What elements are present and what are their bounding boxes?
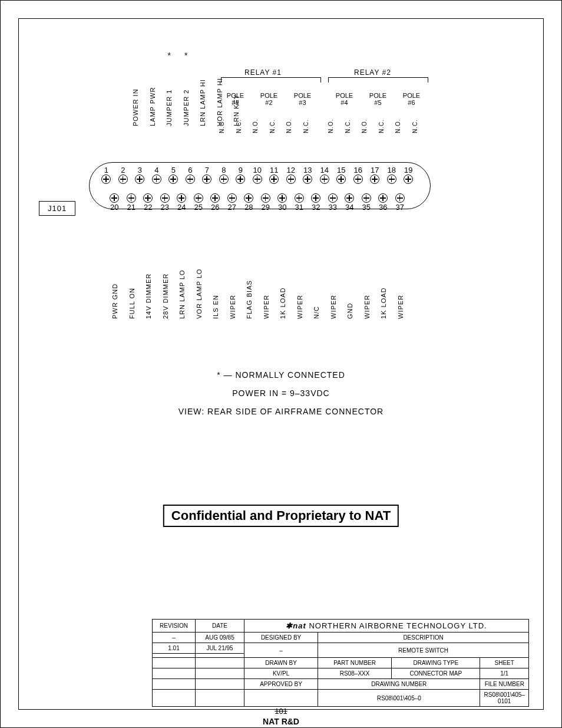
contact-type: N.C. [345, 110, 362, 133]
pin-label: 1K LOAD [380, 248, 387, 319]
pole-labels: POLE#1N.O.N.C.POLE#2N.O.N.C.POLE#3N.O.N.… [219, 92, 428, 133]
bot-cell-29: WIPER [258, 248, 275, 319]
bot-cell-22: 14V DIMMER [140, 248, 157, 319]
drawing-type-hdr: DRAWING TYPE [392, 658, 480, 668]
pole-label: POLE#3 [294, 92, 311, 106]
asterisk: * [184, 51, 187, 61]
connector-ref: J101 [39, 201, 75, 216]
top-cell-5: LRN LAMP HI [194, 51, 211, 126]
company-name: NORTHERN AIRBORNE TECHNOLOGY LTD. [309, 621, 487, 630]
pin-icon [118, 174, 128, 184]
bot-cell-30: 1K LOAD [275, 248, 292, 319]
top-cell-4: *JUMPER 2 [178, 51, 195, 126]
pole-group: POLE#2N.O.N.C. [252, 92, 286, 133]
bottom-labels-row: PWR GNDFULL ON14V DIMMER28V DIMMERLRN LA… [107, 248, 409, 319]
connector-outline [89, 162, 431, 209]
pin-label: 14V DIMMER [145, 248, 152, 319]
designed-by-hdr: DESIGNED BY [244, 633, 318, 643]
relay2-bracket [328, 77, 428, 83]
rev-4 [153, 668, 196, 679]
bot-cell-27: WIPER [224, 248, 242, 319]
pin-label: ILS EN [212, 248, 219, 319]
rev-5 [153, 679, 196, 690]
pin-icon [227, 193, 237, 203]
note-3: VIEW: REAR SIDE OF AIRFRAME CONNECTOR [1, 403, 561, 421]
pin-icon [387, 174, 396, 184]
relay1-bracket [221, 77, 321, 83]
drawing-type: CONNECTOR MAP [392, 668, 480, 679]
pin-label: WIPER [296, 248, 303, 319]
bot-cell-28: FLAG BIAS [241, 248, 258, 319]
contact-type: N.O. [361, 110, 378, 133]
top-cell-1: POWER IN [127, 51, 144, 126]
bot-cell-23: 28V DIMMER [157, 248, 174, 319]
date-0: AUG 09/85 [196, 633, 244, 643]
company-prefix: ✱nat [286, 621, 306, 630]
approved-by-hdr: APPROVED BY [244, 679, 318, 690]
pin-icon [261, 193, 270, 203]
pin-label: GND [346, 248, 353, 319]
rev-0: – [153, 633, 196, 643]
contact-type: N.C. [303, 110, 320, 133]
pin-label: VOR LAMP LO [196, 248, 203, 319]
note-1: * — NORMALLY CONNECTED [1, 366, 561, 384]
pole-group: POLE#3N.O.N.C. [286, 92, 319, 133]
rev-1: 1.01 [153, 643, 196, 654]
pin-icon [186, 174, 195, 184]
part-number: RS08–XXX [318, 668, 392, 679]
pin-label: WIPER [330, 248, 337, 319]
pole-label: POLE#6 [403, 92, 420, 106]
bot-cell-33: WIPER [325, 248, 342, 319]
pin-icon [152, 174, 161, 184]
pin-label: FULL ON [128, 248, 135, 319]
file-number-hdr: FILE NUMBER [480, 679, 529, 690]
pin-label: JUMPER 2 [183, 61, 190, 126]
designed-by: – [244, 643, 318, 658]
pin-icon [194, 193, 203, 203]
bot-cell-20: PWR GND [107, 248, 124, 319]
page-number: 101 [275, 707, 287, 716]
pole-group: POLE#1N.O.N.C. [219, 92, 252, 133]
pole-label: POLE#5 [369, 92, 386, 106]
relay1-label: RELAY #1 [244, 68, 282, 77]
drawing-number-hdr: DRAWING NUMBER [318, 679, 480, 690]
pin-icon [353, 174, 363, 184]
sheet: 1/1 [480, 668, 529, 679]
note-2: POWER IN = 9–33VDC [1, 384, 561, 403]
date-5 [196, 679, 244, 690]
top-cell-3: *JUMPER 1 [161, 51, 178, 126]
pin-icon [295, 193, 304, 203]
contact-type: N.C. [412, 110, 429, 133]
bot-cell-31: WIPER [292, 248, 309, 319]
pin-label: FLAG BIAS [246, 248, 253, 319]
bot-cell-36: 1K LOAD [375, 248, 392, 319]
part-number-hdr: PART NUMBER [318, 658, 392, 668]
notes: * — NORMALLY CONNECTED POWER IN = 9–33VD… [1, 366, 561, 420]
bot-cell-25: VOR LAMP LO [191, 248, 208, 319]
bot-cell-32: N/C [308, 248, 325, 319]
pole-group: POLE#5N.O.N.C. [361, 92, 395, 133]
pin-icon [160, 193, 170, 203]
pin-label: LAMP PWR [149, 61, 156, 126]
pin-label: JUMPER 1 [166, 61, 173, 126]
company-cell: ✱nat NORTHERN AIRBORNE TECHNOLOGY LTD. [244, 620, 529, 633]
file-number: RS08\001\405–0101 [480, 690, 529, 707]
footer: NAT R&D [263, 717, 299, 726]
bot-cell-34: GND [342, 248, 359, 319]
connector: 12345678910111213141516171819 2021222324… [89, 166, 431, 212]
description-hdr: DESCRIPTION [318, 633, 529, 643]
description: REMOTE SWITCH [318, 643, 529, 658]
pin-icon [286, 174, 296, 184]
pin-icon [127, 193, 136, 203]
pin-label: 1K LOAD [279, 248, 286, 319]
contact-type: N.C. [378, 110, 395, 133]
date-hdr: DATE [196, 620, 244, 633]
drawn-by-hdr: DRAWN BY [244, 658, 318, 668]
confidential-banner: Confidential and Proprietary to NAT [163, 505, 399, 527]
pin-icon [253, 174, 262, 184]
relay2-label: RELAY #2 [354, 68, 391, 77]
pin-label: POWER IN [132, 61, 139, 126]
pole-label: POLE#4 [336, 92, 353, 106]
date-2 [196, 654, 244, 658]
contact-type: N.O. [219, 110, 236, 133]
